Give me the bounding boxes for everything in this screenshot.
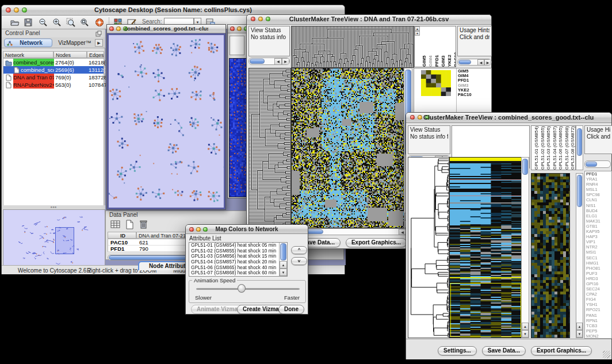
treeview2-hints-scrollbar[interactable] — [584, 160, 611, 168]
network-row[interactable]: RNAPuberNov2+563(0)107847(0) — [3, 81, 104, 89]
vscroll-down-arrow[interactable]: ▼ — [522, 330, 529, 338]
treeview1-row-dendrogram[interactable] — [248, 68, 291, 228]
header-network[interactable]: Network — [3, 51, 53, 58]
treeview2-titlebar[interactable]: ClusterMaker TreeView : combined_scores_… — [406, 113, 611, 123]
gene-label[interactable]: FIG4 — [585, 297, 611, 302]
scroll-right-arrow[interactable]: ▶ — [282, 58, 289, 65]
treeview2-heatmap-vscrollbar[interactable]: ▲ ▼ — [521, 157, 529, 338]
move-up-button[interactable]: ^ — [291, 246, 307, 254]
gene-label[interactable]: RPN1 — [585, 318, 611, 323]
minimize-button[interactable] — [237, 26, 242, 31]
gene-label[interactable]: TCB3 — [585, 323, 611, 328]
gene-label[interactable]: GPI16 — [585, 281, 611, 286]
treeview2-zoom-heatmap[interactable] — [531, 173, 570, 338]
vscroll-up-arrow[interactable]: ▲ — [522, 323, 529, 330]
speed-slider-thumb[interactable] — [238, 284, 246, 293]
attribute-list-item[interactable]: GPL51-07 (GSM868) heat shock 60 min — [189, 270, 287, 276]
gene-label[interactable]: GTB1 — [585, 224, 611, 229]
treeview1-titlebar[interactable]: ClusterMaker TreeView : DNA and Tran 07-… — [247, 15, 491, 25]
gene-label[interactable]: NIS1 — [585, 203, 611, 208]
gene-label[interactable]: SEC24 — [585, 286, 611, 292]
gene-label[interactable]: ELG1 — [585, 213, 611, 219]
network-row[interactable]: combined_scores2764(0)16218(0) — [3, 59, 104, 66]
vscroll-thumb[interactable] — [280, 243, 286, 260]
gene-label[interactable]: PUF3 — [585, 271, 611, 276]
zoom-selected-icon[interactable] — [66, 18, 75, 27]
delete-attribute-icon[interactable] — [139, 219, 148, 229]
gene-label[interactable]: CLN1 — [585, 197, 611, 202]
scroll-right-arrow[interactable]: ▶ — [484, 59, 491, 66]
gene-label[interactable]: MON2 — [585, 334, 611, 339]
mini-up-arrow[interactable]: ▲ — [415, 26, 420, 31]
network-row[interactable]: combined_sco2569(6)13112(15) — [3, 66, 104, 74]
gene-label[interactable]: SPC98 — [585, 192, 611, 197]
header-nodes[interactable]: Nodes — [53, 51, 87, 58]
attribute-list-item[interactable]: GPL51-02 (GSM855) heat shock 10 min — [189, 248, 287, 254]
attribute-listbox[interactable]: GPL51-01 (GSM854) heat shock 05 minGPL51… — [189, 242, 288, 277]
treeview2-row-dendrogram[interactable] — [408, 157, 449, 338]
gene-label[interactable]: BUD4 — [585, 208, 611, 213]
vscroll-down-arrow[interactable]: ▼ — [280, 269, 287, 276]
gene-label[interactable]: CPA2 — [585, 292, 611, 297]
birdseye-view[interactable] — [3, 209, 105, 266]
scroll-left-arrow[interactable]: ◀ — [274, 58, 282, 65]
scroll-thumb[interactable] — [586, 162, 597, 167]
gene-label[interactable]: PHO81 — [585, 266, 611, 271]
listbox-vscrollbar[interactable]: ▲ ▼ — [279, 243, 287, 276]
minimize-button[interactable] — [258, 17, 263, 21]
table-grid-icon[interactable] — [110, 220, 121, 229]
attribute-list-item[interactable]: GPL51-01 (GSM854) heat shock 05 min — [189, 243, 287, 248]
close-button[interactable] — [251, 17, 255, 21]
treeview1-hints-scrollbar[interactable]: ◀ ▶ — [457, 59, 492, 66]
save-data-button[interactable]: Save Data... — [482, 346, 526, 355]
minimize-button[interactable] — [14, 7, 19, 13]
tab-network[interactable]: Network — [4, 39, 52, 47]
settings-button[interactable]: Settings... — [438, 346, 477, 355]
tab-vizmapper[interactable]: VizMapper™ — [56, 39, 94, 47]
float-panel-icon[interactable] — [95, 30, 102, 37]
close-button[interactable] — [230, 26, 235, 31]
move-down-button[interactable]: v — [291, 257, 307, 265]
network1-titlebar[interactable]: combined_scores_good.txt--cluste... — [107, 25, 225, 33]
treeview1-hscrollbar[interactable]: ◀ ▶ — [291, 228, 414, 235]
scroll-thumb[interactable] — [250, 59, 265, 64]
zoom-in-icon[interactable] — [52, 18, 62, 27]
gene-label[interactable]: HRD3 — [585, 276, 611, 281]
gene-label[interactable]: PEP5 — [585, 328, 611, 334]
close-button[interactable] — [6, 7, 11, 13]
gene-label[interactable]: RNR4 — [585, 182, 611, 187]
gene-label[interactable]: RPO21 — [585, 307, 611, 312]
gene-label[interactable]: KAP95 — [585, 229, 611, 234]
zoom-fit-icon[interactable] — [80, 18, 89, 27]
new-attribute-icon[interactable] — [125, 220, 134, 229]
close-button[interactable] — [189, 227, 194, 232]
export-graphics-button[interactable]: Export Graphics... — [346, 238, 407, 247]
save-session-icon[interactable] — [24, 18, 33, 27]
vscroll-thumb[interactable] — [577, 128, 582, 156]
vscroll-up-arrow[interactable]: ▲ — [576, 323, 583, 330]
attribute-list-item[interactable]: GPL51-06 (GSM865) heat shock 40 min — [189, 265, 287, 271]
zoom-out-icon[interactable] — [39, 18, 48, 27]
treeview2-collabel-vscrollbar[interactable] — [576, 125, 583, 170]
scroll-thumb[interactable] — [458, 60, 471, 64]
treeview2-heatmap[interactable] — [449, 157, 522, 338]
gene-label[interactable]: PFD1 — [585, 171, 611, 177]
treeview1-correlation-matrix[interactable] — [421, 70, 451, 96]
gene-label[interactable]: NTR2 — [585, 244, 611, 250]
attribute-list-item[interactable]: GPL51-03 (GSM856) heat shock 15 min — [189, 254, 287, 259]
treeview1-heatmap[interactable] — [291, 68, 404, 228]
treeview1-status-scrollbar[interactable]: ◀ ▶ — [248, 58, 290, 65]
header-id[interactable]: ID — [108, 232, 136, 239]
gene-label[interactable]: VIP1 — [585, 239, 611, 244]
vscroll-thumb[interactable] — [522, 159, 528, 175]
treeview1-column-dendrogram[interactable] — [291, 26, 414, 68]
resize-grip[interactable] — [603, 351, 610, 358]
gene-label[interactable]: HMG1 — [585, 260, 611, 266]
vscroll-down-arrow[interactable]: ▼ — [576, 330, 583, 338]
vscroll-thumb[interactable] — [577, 175, 582, 207]
gene-label[interactable]: PAN1 — [585, 313, 611, 318]
header-edges[interactable]: Edges — [87, 51, 104, 58]
gene-label[interactable]: YSH1 — [585, 302, 611, 307]
dialog-titlebar[interactable]: Map Colors to Network — [186, 225, 308, 234]
mini-down-arrow[interactable]: ▼ — [415, 31, 420, 36]
